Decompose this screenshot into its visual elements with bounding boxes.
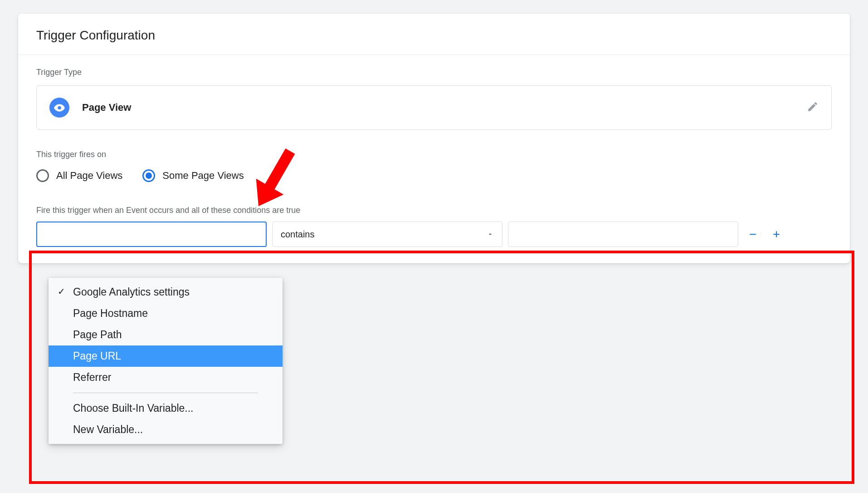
fires-on-radio-group: All Page Views Some Page Views: [36, 169, 832, 182]
fires-on-section: This trigger fires on All Page Views Som…: [36, 150, 832, 182]
radio-some-page-views[interactable]: Some Page Views: [142, 169, 244, 182]
radio-button-icon: [36, 169, 49, 182]
dropdown-item-ga-settings[interactable]: Google Analytics settings: [49, 281, 283, 303]
trigger-type-selector[interactable]: Page View: [36, 85, 832, 130]
dropdown-item-page-hostname[interactable]: Page Hostname: [49, 303, 283, 324]
radio-all-page-views[interactable]: All Page Views: [36, 169, 122, 182]
trigger-type-label: Trigger Type: [36, 68, 832, 77]
variable-dropdown[interactable]: [36, 222, 267, 247]
trigger-config-card: Trigger Configuration Trigger Type Page …: [18, 14, 850, 263]
variable-dropdown-panel: Google Analytics settings Page Hostname …: [49, 278, 283, 444]
dropdown-item-choose-builtin[interactable]: Choose Built-In Variable...: [49, 398, 283, 419]
add-condition-button[interactable]: [767, 225, 785, 243]
trigger-type-name: Page View: [82, 102, 131, 113]
dropdown-separator: [73, 393, 258, 393]
remove-condition-button[interactable]: [744, 225, 762, 243]
value-input[interactable]: [508, 222, 738, 247]
operator-dropdown[interactable]: contains: [272, 222, 502, 247]
conditions-section: Fire this trigger when an Event occurs a…: [36, 206, 832, 247]
dropdown-item-page-url[interactable]: Page URL: [49, 345, 283, 367]
card-title: Trigger Configuration: [36, 28, 832, 43]
conditions-row: contains: [36, 222, 832, 247]
dropdown-item-page-path[interactable]: Page Path: [49, 324, 283, 345]
minus-icon: [748, 230, 757, 239]
edit-icon[interactable]: [807, 101, 819, 114]
trigger-type-left: Page View: [49, 98, 131, 118]
card-body: Trigger Type Page View This trigger fire…: [18, 55, 850, 263]
card-header: Trigger Configuration: [18, 14, 850, 55]
radio-label: Some Page Views: [162, 170, 244, 182]
radio-label: All Page Views: [56, 170, 122, 182]
chevron-down-icon: [487, 231, 494, 238]
fires-on-label: This trigger fires on: [36, 150, 832, 159]
svg-rect-3: [776, 231, 777, 237]
page-view-icon: [49, 98, 69, 118]
dropdown-item-referrer[interactable]: Referrer: [49, 367, 283, 388]
plus-icon: [772, 230, 781, 239]
svg-rect-1: [750, 234, 756, 235]
conditions-label: Fire this trigger when an Event occurs a…: [36, 206, 832, 215]
operator-dropdown-value: contains: [281, 229, 315, 240]
svg-point-0: [58, 106, 61, 110]
dropdown-item-new-variable[interactable]: New Variable...: [49, 419, 283, 440]
radio-button-checked-icon: [142, 169, 155, 182]
